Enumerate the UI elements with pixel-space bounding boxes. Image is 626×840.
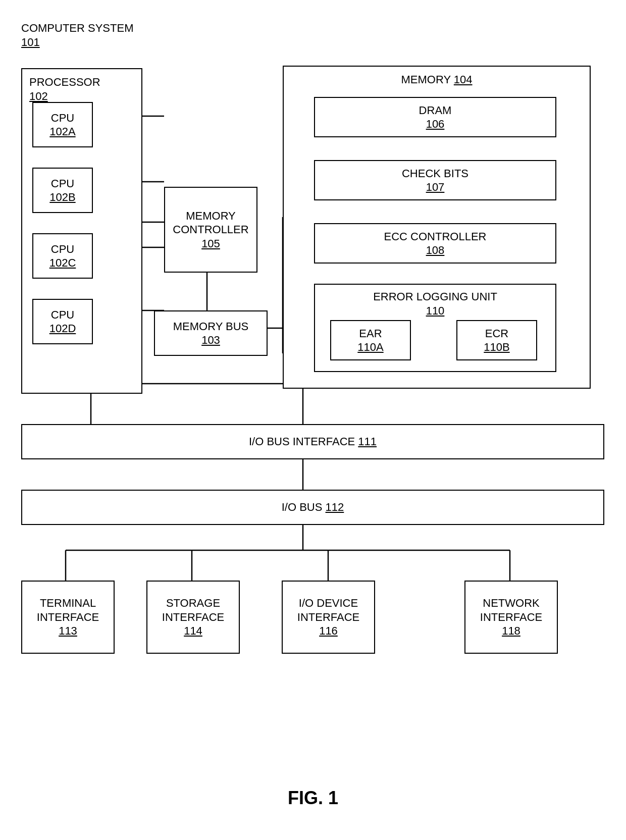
check-bits-box: CHECK BITS 107 (314, 160, 556, 200)
io-bus-interface-box: I/O BUS INTERFACE 111 (21, 424, 604, 459)
network-interface-label: NETWORKINTERFACE118 (480, 596, 542, 638)
ecr-box: ECR 110B (456, 320, 537, 360)
processor-box: PROCESSOR 102 CPU 102A CPU 102B CPU 102C (21, 68, 142, 394)
cpu-b-label: CPU 102B (49, 177, 75, 204)
memory-label: MEMORY 104 (284, 73, 590, 87)
memory-controller-box: MEMORYCONTROLLER105 (164, 187, 257, 273)
cpu-b-box: CPU 102B (32, 168, 93, 213)
dram-box: DRAM 106 (314, 97, 556, 137)
dram-label: DRAM 106 (419, 103, 452, 131)
memory-box: MEMORY 104 DRAM 106 CHECK BITS 107 ECC C… (283, 66, 591, 389)
cpu-c-box: CPU 102C (32, 233, 93, 279)
io-bus-box: I/O BUS 112 (21, 490, 604, 525)
cpu-a-label: CPU 102A (49, 111, 75, 139)
terminal-interface-label: TERMINALINTERFACE113 (37, 596, 99, 638)
ear-label: EAR 110A (357, 327, 383, 354)
ear-box: EAR 110A (330, 320, 411, 360)
check-bits-label: CHECK BITS 107 (402, 167, 468, 194)
memory-bus-box: MEMORY BUS 103 (154, 310, 268, 356)
cpu-c-label: CPU 102C (49, 242, 76, 270)
memory-bus-label: MEMORY BUS 103 (173, 320, 249, 347)
cpu-a-box: CPU 102A (32, 102, 93, 147)
computer-system-label: COMPUTER SYSTEM 101 (21, 21, 133, 49)
storage-interface-label: STORAGEINTERFACE114 (162, 596, 224, 638)
ecr-label: ECR 110B (484, 327, 509, 354)
terminal-interface-box: TERMINALINTERFACE113 (21, 581, 115, 654)
figure-label: FIG. 1 (0, 788, 626, 810)
error-logging-unit-box: ERROR LOGGING UNIT 110 EAR 110A ECR 110B (314, 284, 556, 372)
ecc-controller-box: ECC CONTROLLER 108 (314, 223, 556, 264)
processor-label: PROCESSOR 102 (29, 75, 100, 103)
cpu-d-label: CPU 102D (49, 308, 76, 336)
io-bus-interface-label: I/O BUS INTERFACE 111 (249, 435, 377, 449)
io-bus-label: I/O BUS 112 (282, 500, 344, 514)
ecc-controller-label: ECC CONTROLLER 108 (384, 230, 487, 257)
io-device-interface-box: I/O DEVICEINTERFACE116 (282, 581, 375, 654)
memory-controller-label: MEMORYCONTROLLER105 (173, 209, 248, 251)
diagram: COMPUTER SYSTEM 101 PROCESSOR 102 CPU 10… (0, 0, 626, 840)
io-device-interface-label: I/O DEVICEINTERFACE116 (297, 596, 359, 638)
network-interface-box: NETWORKINTERFACE118 (464, 581, 558, 654)
storage-interface-box: STORAGEINTERFACE114 (146, 581, 240, 654)
error-logging-unit-label: ERROR LOGGING UNIT 110 (315, 290, 555, 318)
cpu-d-box: CPU 102D (32, 299, 93, 344)
